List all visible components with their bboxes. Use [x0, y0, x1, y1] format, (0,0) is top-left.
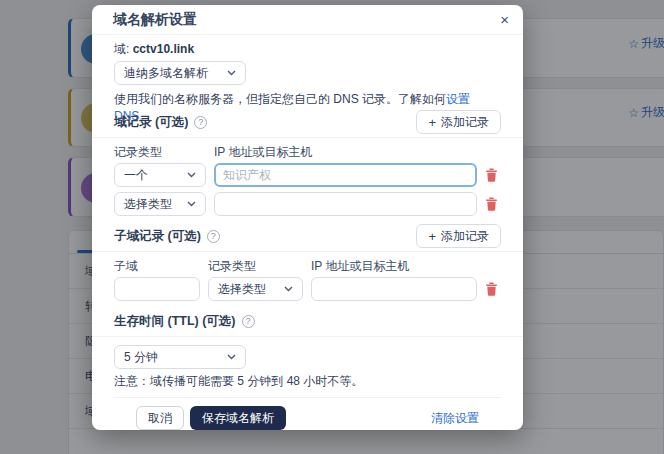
- ip-host-input[interactable]: [311, 277, 477, 301]
- ttl-header: 生存时间 (TTL) (可选) ?: [114, 306, 501, 336]
- section-divider: [92, 336, 523, 337]
- record-type-value: 一个: [124, 167, 148, 184]
- chevron-down-icon: [227, 70, 236, 76]
- ip-host-input[interactable]: [214, 163, 477, 187]
- ttl-select-value: 5 分钟: [124, 349, 158, 366]
- section-divider: [92, 251, 523, 252]
- chevron-down-icon: [227, 354, 236, 360]
- domain-records-title: 域记录 (可选): [114, 114, 188, 131]
- chevron-down-icon: [187, 172, 196, 178]
- help-icon[interactable]: ?: [194, 116, 207, 129]
- help-icon[interactable]: ?: [242, 315, 255, 328]
- modal-body: 域: cctv10.link 迪纳多域名解析 使用我们的名称服务器，但指定您自己…: [92, 35, 523, 430]
- ttl-note: 注意：域传播可能需要 5 分钟到 48 小时不等。: [114, 373, 501, 388]
- save-dns-button[interactable]: 保存域名解析: [190, 406, 286, 430]
- column-ip-host: IP 地址或目标主机: [214, 144, 477, 161]
- domain-label: 域:: [114, 42, 129, 56]
- modal-header: 域名解析设置 ×: [92, 5, 523, 35]
- dns-settings-modal: 域名解析设置 × 域: cctv10.link 迪纳多域名解析 使用我们的名称服…: [92, 5, 523, 430]
- close-icon[interactable]: ×: [500, 12, 509, 27]
- chevron-down-icon: [284, 286, 293, 292]
- delete-record-icon[interactable]: [485, 282, 499, 297]
- record-type-value: 选择类型: [124, 196, 172, 213]
- domain-records-columns: 记录类型 IP 地址或目标主机: [114, 144, 501, 157]
- cancel-button[interactable]: 取消: [136, 406, 184, 430]
- record-type-select[interactable]: 选择类型: [114, 192, 206, 216]
- record-type-value: 选择类型: [218, 281, 266, 298]
- section-divider: [92, 137, 523, 138]
- subdomain-input[interactable]: [114, 277, 200, 301]
- chevron-down-icon: [187, 201, 196, 207]
- domain-record-row: 选择类型: [114, 192, 501, 216]
- subdomain-records-columns: 子域 记录类型 IP 地址或目标主机: [114, 258, 501, 271]
- domain-value: cctv10.link: [133, 42, 194, 56]
- plus-icon: +: [428, 115, 436, 130]
- nameserver-select-value: 迪纳多域名解析: [124, 65, 208, 82]
- column-record-type: 记录类型: [208, 258, 303, 275]
- plus-icon: +: [428, 229, 436, 244]
- subdomain-record-row: 选择类型: [114, 277, 501, 301]
- column-ip-host: IP 地址或目标主机: [311, 258, 477, 275]
- domain-records-header: 域记录 (可选) ? + 添加记录: [114, 107, 501, 137]
- subdomain-records-header: 子域记录 (可选) ? + 添加记录: [114, 221, 501, 251]
- delete-record-icon[interactable]: [485, 197, 499, 212]
- subdomain-records-title: 子域记录 (可选): [114, 228, 201, 245]
- nameserver-select[interactable]: 迪纳多域名解析: [114, 61, 246, 85]
- add-record-label: 添加记录: [441, 114, 489, 131]
- nameserver-description: 使用我们的名称服务器，但指定您自己的 DNS 记录。了解如何设置 DNS。: [114, 91, 501, 106]
- ttl-select[interactable]: 5 分钟: [114, 345, 246, 369]
- delete-record-icon[interactable]: [485, 168, 499, 183]
- modal-footer: 取消 保存域名解析 清除设置: [114, 398, 501, 430]
- ip-host-input[interactable]: [214, 192, 477, 216]
- help-icon[interactable]: ?: [207, 230, 220, 243]
- add-record-label: 添加记录: [441, 228, 489, 245]
- modal-title: 域名解析设置: [113, 11, 197, 29]
- record-type-select[interactable]: 一个: [114, 163, 206, 187]
- clear-settings-link[interactable]: 清除设置: [431, 410, 479, 427]
- add-subdomain-record-button[interactable]: + 添加记录: [416, 224, 501, 248]
- domain-line: 域: cctv10.link: [114, 41, 501, 57]
- domain-record-row: 一个: [114, 163, 501, 187]
- ttl-title: 生存时间 (TTL) (可选): [114, 313, 236, 330]
- record-type-select[interactable]: 选择类型: [208, 277, 303, 301]
- column-record-type: 记录类型: [114, 144, 206, 161]
- column-subdomain: 子域: [114, 258, 200, 275]
- description-text: 使用我们的名称服务器，但指定您自己的 DNS 记录。了解如何: [114, 92, 446, 106]
- add-domain-record-button[interactable]: + 添加记录: [416, 110, 501, 134]
